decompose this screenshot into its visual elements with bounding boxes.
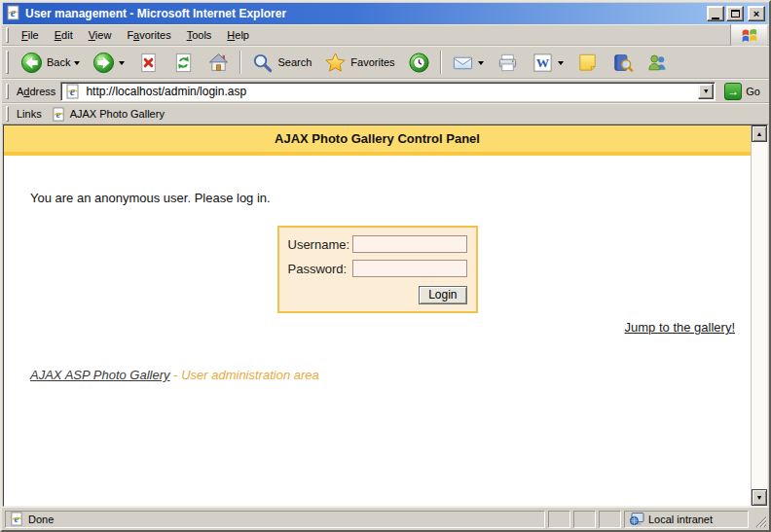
linksbar-grip[interactable] <box>6 106 9 122</box>
forward-dropdown-icon[interactable] <box>119 61 125 68</box>
back-label: Back <box>47 56 70 68</box>
menu-file[interactable]: File <box>14 26 47 44</box>
mail-icon <box>452 52 474 74</box>
login-button-row: Login <box>288 286 467 304</box>
favorites-label: Favorites <box>350 56 394 68</box>
status-panel: e Done <box>5 511 545 528</box>
address-input[interactable] <box>83 84 698 99</box>
password-label: Password: <box>288 262 352 276</box>
resize-grip-icon[interactable] <box>752 511 766 528</box>
menu-edit[interactable]: Edit <box>47 26 81 44</box>
go-label: Go <box>746 86 760 97</box>
menu-help[interactable]: Help <box>219 26 257 44</box>
toolbar-separator <box>239 51 241 74</box>
address-dropdown-button[interactable]: ▼ <box>698 84 714 99</box>
svg-text:e: e <box>55 108 60 120</box>
mail-dropdown-icon[interactable] <box>478 61 484 68</box>
home-icon <box>207 52 230 74</box>
history-button[interactable] <box>402 48 436 77</box>
status-panel-empty <box>548 511 570 528</box>
jump-to-gallery-link[interactable]: Jump to the gallery! <box>625 320 735 335</box>
status-bar: e Done Local intranet <box>2 507 769 530</box>
menu-view[interactable]: View <box>81 26 120 44</box>
maximize-icon <box>731 10 740 18</box>
forward-button[interactable] <box>87 48 130 77</box>
favorites-star-icon <box>324 52 347 74</box>
stop-button[interactable] <box>131 48 165 77</box>
links-item-ajax-photo-gallery[interactable]: e AJAX Photo Gallery <box>47 105 169 124</box>
address-label: Address <box>17 86 55 97</box>
messenger-people-icon <box>646 52 669 74</box>
discuss-note-icon <box>576 52 599 74</box>
discuss-button[interactable] <box>570 48 605 77</box>
history-icon <box>408 52 430 74</box>
svg-text:W: W <box>535 55 549 70</box>
security-zone-panel: Local intranet <box>624 511 749 528</box>
web-page: AJAX Photo Gallery Control Panel You are… <box>4 125 751 506</box>
scroll-down-button[interactable]: ▼ <box>752 489 767 506</box>
chevron-down-icon: ▼ <box>703 88 710 94</box>
menu-tools[interactable]: Tools <box>179 26 220 44</box>
address-bar: Address e ▼ → Go <box>2 79 769 103</box>
svg-text:e: e <box>11 6 17 19</box>
close-button[interactable]: × <box>748 6 765 21</box>
research-button[interactable] <box>606 48 640 77</box>
home-button[interactable] <box>202 48 236 77</box>
print-button[interactable] <box>491 48 525 77</box>
minimize-icon <box>712 18 719 19</box>
local-intranet-icon <box>629 512 644 526</box>
maximize-button[interactable] <box>726 6 744 21</box>
link-item-label: AJAX Photo Gallery <box>70 108 165 120</box>
stop-icon <box>137 52 160 74</box>
back-button[interactable]: Back <box>15 48 86 77</box>
status-panel-empty <box>573 511 596 528</box>
close-icon: × <box>753 9 759 19</box>
link-ie-icon: e <box>52 107 66 122</box>
edit-dropdown-icon[interactable] <box>558 61 564 68</box>
go-button[interactable]: → Go <box>721 82 763 101</box>
edit-with-word-button[interactable]: W <box>526 48 569 77</box>
page-title: AJAX Photo Gallery Control Panel <box>275 131 480 146</box>
menu-favorites[interactable]: Favorites <box>119 26 178 44</box>
username-label: Username: <box>288 237 352 252</box>
print-icon <box>496 52 519 74</box>
status-text: Done <box>28 514 54 525</box>
page-banner: AJAX Photo Gallery Control Panel <box>4 125 751 156</box>
ie-app-icon: e <box>6 5 21 22</box>
minimize-button[interactable] <box>707 6 724 21</box>
footer-gallery-link[interactable]: AJAX ASP Photo Gallery <box>30 368 170 382</box>
username-row: Username: <box>288 235 467 253</box>
vertical-scrollbar[interactable]: ▲ ▼ <box>751 125 767 506</box>
security-zone-text: Local intranet <box>648 514 713 525</box>
mail-button[interactable] <box>446 48 490 77</box>
addressbar-grip[interactable] <box>6 84 9 99</box>
browser-viewport: AJAX Photo Gallery Control Panel You are… <box>3 124 768 507</box>
username-field[interactable] <box>352 235 467 253</box>
window-title: User management - Microsoft Internet Exp… <box>25 7 703 20</box>
search-icon <box>251 52 274 74</box>
search-button[interactable]: Search <box>245 48 317 77</box>
window-controls: × <box>707 6 765 21</box>
word-edit-icon: W <box>532 52 554 74</box>
intro-text: You are an anonymous user. Please log in… <box>30 191 751 205</box>
back-dropdown-icon[interactable] <box>74 61 80 68</box>
browser-window: e User management - Microsoft Internet E… <box>0 0 771 532</box>
windows-brand-panel <box>730 24 767 46</box>
scroll-up-button[interactable]: ▲ <box>752 125 767 142</box>
toolbar-grip[interactable] <box>6 51 9 74</box>
favorites-button[interactable]: Favorites <box>318 48 400 77</box>
menubar-grip[interactable] <box>6 27 9 43</box>
windows-flag-icon <box>739 24 760 46</box>
password-field[interactable] <box>352 260 467 277</box>
password-row: Password: <box>288 260 467 277</box>
search-label: Search <box>277 56 312 68</box>
address-combo[interactable]: e ▼ <box>60 82 716 101</box>
scroll-down-icon: ▼ <box>756 494 763 501</box>
refresh-button[interactable] <box>166 48 201 77</box>
login-button[interactable]: Login <box>419 286 466 304</box>
login-form: Username: Password: Login <box>277 226 478 313</box>
toolbar: Back Search Favorites <box>2 46 769 79</box>
messenger-button[interactable] <box>641 48 675 77</box>
jump-link-row: Jump to the gallery! <box>4 313 751 335</box>
scroll-up-icon: ▲ <box>756 130 763 137</box>
